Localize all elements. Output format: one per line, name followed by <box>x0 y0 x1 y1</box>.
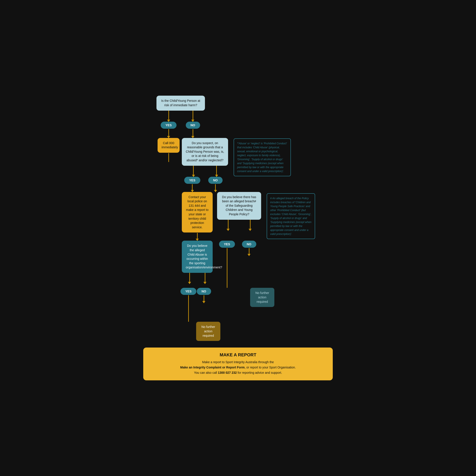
arrow-q2-yes <box>193 166 194 177</box>
arrow-q2-no <box>216 166 217 177</box>
arrow-q3-yes <box>189 273 190 284</box>
no-button-3: NO <box>197 288 211 295</box>
arrow-no3-down <box>204 295 204 303</box>
arrow-q4-yes <box>228 220 229 231</box>
arrow-yes3-down <box>188 295 189 322</box>
question-4: Do you believe there has been an alleged… <box>217 192 261 220</box>
arrow-no2-down <box>215 184 216 192</box>
action-police: Contact your local police on 131 444 and… <box>182 192 213 233</box>
question-2: Do you suspect, on reasonable grounds th… <box>182 138 228 166</box>
no-button-2: NO <box>208 177 222 184</box>
yes-button-4: YES <box>219 241 235 248</box>
report-line2: , or report to your Sport Organisation. <box>245 366 296 369</box>
flowchart-container: Is the Child/Young Person at risk of imm… <box>139 87 337 389</box>
action-call-000: Call 000 immediately <box>158 138 180 153</box>
report-line1: Make a report to Sport Integrity Austral… <box>202 360 274 364</box>
report-phone: 1300 027 232 <box>218 371 237 374</box>
arrow-yes2-down <box>192 184 193 192</box>
no-button-1: NO <box>186 122 200 129</box>
arrow-no1-down <box>193 129 193 138</box>
arrow-police-down <box>197 233 198 241</box>
no-action-1: No further action required <box>196 322 220 341</box>
question-3: Do you believe the alleged Child Abuse i… <box>182 241 213 273</box>
arrow-q4-no <box>250 220 251 231</box>
report-bold: Make an Integrity Complaint or Report Fo… <box>180 366 245 369</box>
arrow-000-down <box>168 153 169 162</box>
arrow-q3-no <box>205 273 205 284</box>
no-button-4: NO <box>242 241 256 248</box>
arrow-yes4-down <box>227 248 227 288</box>
arrow-no4-down <box>249 248 250 256</box>
yes-button-1: YES <box>161 122 176 129</box>
report-line3-end: for reporting advice and support. <box>237 371 282 374</box>
arrow-yes1-down <box>168 129 169 138</box>
question-1: Is the Child/Young Person at risk of imm… <box>156 96 205 110</box>
note-1: *'Abuse' or 'neglect' is 'Prohibited Con… <box>234 138 291 176</box>
note-2: # An alleged breach of the Policy includ… <box>267 193 315 239</box>
report-title: MAKE A REPORT <box>150 352 326 357</box>
main-flow: Is the Child/Young Person at risk of imm… <box>143 93 333 382</box>
yes-button-3: YES <box>181 288 196 295</box>
arrow-q1-yes <box>168 111 169 122</box>
no-action-2: No further action required <box>250 288 274 307</box>
report-description: Make a report to Sport Integrity Austral… <box>150 360 326 375</box>
arrow-q1-no <box>193 111 193 122</box>
yes-button-2: YES <box>184 177 200 184</box>
report-line3-start: You can also call <box>194 371 218 374</box>
report-box: MAKE A REPORT Make a report to Sport Int… <box>143 348 333 380</box>
